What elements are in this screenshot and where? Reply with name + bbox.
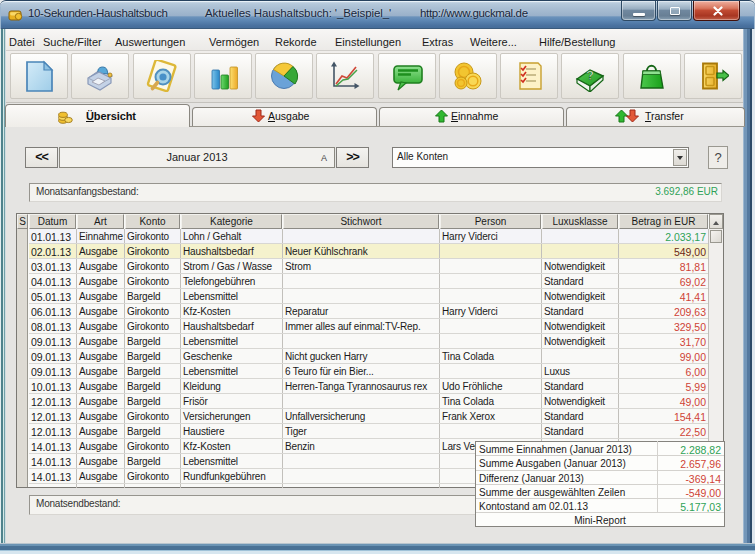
svg-text:?: ?	[586, 68, 595, 84]
